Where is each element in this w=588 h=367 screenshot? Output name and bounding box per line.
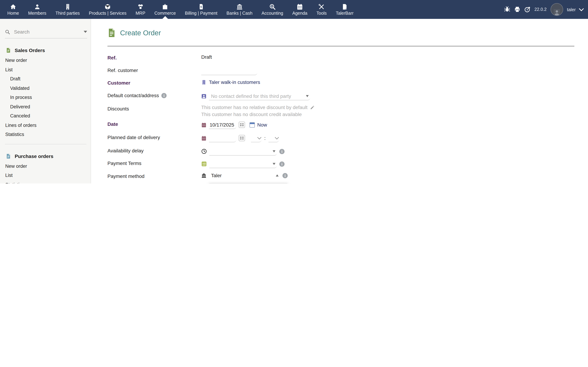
contact-badge-icon — [201, 93, 207, 99]
clock-icon — [201, 149, 207, 154]
date-picker-button[interactable] — [239, 122, 245, 128]
field-row-ref: Ref. Draft — [107, 52, 574, 65]
svg-text:$: $ — [271, 5, 272, 8]
payment-method-select[interactable]: Taler — [209, 173, 280, 178]
sidebar-item-draft[interactable]: Draft — [10, 75, 91, 84]
pencil-icon[interactable] — [310, 105, 315, 110]
sidebar-item-delivered[interactable]: Delivered — [10, 102, 91, 111]
delivery-date-picker-button[interactable] — [239, 135, 245, 141]
availability-select[interactable] — [209, 147, 277, 156]
svg-text:$: $ — [200, 5, 202, 8]
field-label-availability: Availability delay — [107, 145, 201, 153]
sidebar-item-in-process[interactable]: In process — [10, 93, 91, 102]
select-caret-icon — [306, 95, 309, 97]
sidebar-section-title: Purchase orders — [15, 153, 53, 159]
payment-method-value: Taler — [211, 173, 222, 178]
avatar-silhouette-icon — [553, 9, 560, 15]
sidebar-item-po-new-order[interactable]: New order — [5, 162, 91, 171]
delivery-date-input[interactable] — [209, 135, 236, 141]
bug-icon[interactable] — [504, 6, 510, 13]
bill-icon: $ — [198, 3, 204, 10]
nav-item-third-parties[interactable]: Third parties — [51, 0, 84, 19]
nav-item-home[interactable]: Home — [3, 0, 24, 19]
nav-item-label: Products | Services — [89, 11, 127, 16]
nav-item-accounting[interactable]: $ Accounting — [257, 0, 288, 19]
sidebar-item-lines-of-orders[interactable]: Lines of orders — [5, 121, 91, 130]
tools-icon — [318, 3, 325, 10]
nav-item-products-services[interactable]: Products | Services — [84, 0, 131, 19]
help-icon[interactable]: ? — [524, 6, 531, 13]
discount-text: This customer has no relative discount b… — [201, 105, 307, 110]
app-window: Home Members Third parties Products | Se… — [0, 0, 588, 184]
contact-placeholder: No contact defined for this third party — [211, 93, 291, 99]
now-calendar-icon — [250, 122, 255, 127]
sidebar: Sales Orders New order List Draft Valida… — [0, 19, 91, 184]
ref-value: Draft — [201, 54, 212, 60]
payment-terms-icon: $ — [201, 161, 207, 167]
ref-customer-input[interactable] — [201, 68, 257, 74]
calendar-icon — [296, 3, 303, 10]
avatar[interactable] — [550, 3, 563, 16]
nav-item-label: Commerce — [154, 11, 176, 16]
page-title-block: Create Order — [107, 28, 574, 37]
printer-icon[interactable] — [514, 6, 520, 13]
search-dropdown-caret-icon[interactable] — [84, 31, 87, 33]
create-order-form: Ref. Draft Ref. customer Customer Taler … — [107, 52, 574, 184]
page-title: Create Order — [120, 29, 161, 37]
customer-link[interactable]: Taler walk-in customers — [209, 79, 260, 85]
nav-item-talerbarr[interactable]: TalerBarr — [331, 0, 358, 19]
sidebar-search — [5, 29, 87, 38]
sidebar-item-validated[interactable]: Validated — [10, 84, 91, 93]
contact-select[interactable]: No contact defined for this third party — [209, 92, 310, 100]
building-icon — [64, 3, 71, 10]
date-calendar-icon — [201, 122, 207, 127]
company-icon — [201, 80, 207, 85]
sidebar-item-po-statistics[interactable]: Statistics — [5, 180, 91, 184]
payment-method-bank-icon — [201, 173, 207, 178]
nav-item-agenda[interactable]: Agenda — [288, 0, 312, 19]
chevron-down-icon[interactable] — [579, 6, 584, 11]
nav-right-cluster: ? 22.0.2 taler — [504, 0, 588, 19]
date-input[interactable] — [209, 122, 236, 127]
field-row-customer: Customer Taler walk-in customers — [107, 77, 574, 90]
delivery-hour-select[interactable] — [251, 134, 261, 142]
info-icon[interactable] — [279, 149, 285, 154]
sidebar-header-purchase-orders[interactable]: Purchase orders — [6, 153, 91, 159]
field-row-ref-customer: Ref. customer — [107, 65, 574, 77]
payment-terms-select[interactable] — [209, 160, 277, 168]
field-label-payment-method: Payment method — [107, 171, 201, 179]
sidebar-item-canceled[interactable]: Canceled — [10, 111, 91, 121]
version-label: 22.0.2 — [535, 7, 547, 12]
sidebar-item-po-list[interactable]: List — [5, 171, 91, 180]
nav-item-banks-cash[interactable]: Banks | Cash — [222, 0, 257, 19]
select-caret-icon — [273, 150, 276, 152]
field-row-payment-terms: Payment Terms $ — [107, 158, 574, 171]
field-row-delivery-date: Planned date of delivery : — [107, 132, 574, 145]
sidebar-item-list[interactable]: List — [5, 65, 91, 75]
info-icon[interactable] — [282, 173, 288, 178]
nav-item-members[interactable]: Members — [24, 0, 51, 19]
nav-item-commerce[interactable]: Commerce — [150, 0, 180, 19]
field-label-ref-customer: Ref. customer — [107, 65, 201, 73]
search-input[interactable] — [13, 29, 80, 35]
top-navbar: Home Members Third parties Products | Se… — [0, 0, 588, 19]
svg-text:$: $ — [203, 162, 204, 165]
sidebar-item-statistics[interactable]: Statistics — [5, 130, 91, 139]
field-label-payment-terms: Payment Terms — [107, 158, 201, 166]
user-menu-label[interactable]: taler — [567, 7, 576, 12]
field-row-date: Date Now — [107, 118, 574, 132]
nav-item-tools[interactable]: Tools — [312, 0, 331, 19]
sidebar-divider — [5, 144, 86, 144]
nav-item-label: Third parties — [55, 11, 80, 16]
info-icon[interactable] — [161, 93, 167, 98]
field-label-date: Date — [107, 118, 201, 127]
nav-item-mrp[interactable]: MRP — [131, 0, 150, 19]
sidebar-header-sales-orders[interactable]: Sales Orders — [6, 48, 91, 53]
briefcase-icon — [162, 3, 168, 10]
sidebar-item-new-order[interactable]: New order — [5, 56, 91, 65]
now-link[interactable]: Now — [257, 122, 267, 128]
select-caret-up-icon — [276, 175, 279, 176]
delivery-minute-select[interactable] — [268, 134, 279, 142]
nav-item-billing-payment[interactable]: $ Billing | Payment — [181, 0, 222, 19]
info-icon[interactable] — [279, 161, 285, 167]
